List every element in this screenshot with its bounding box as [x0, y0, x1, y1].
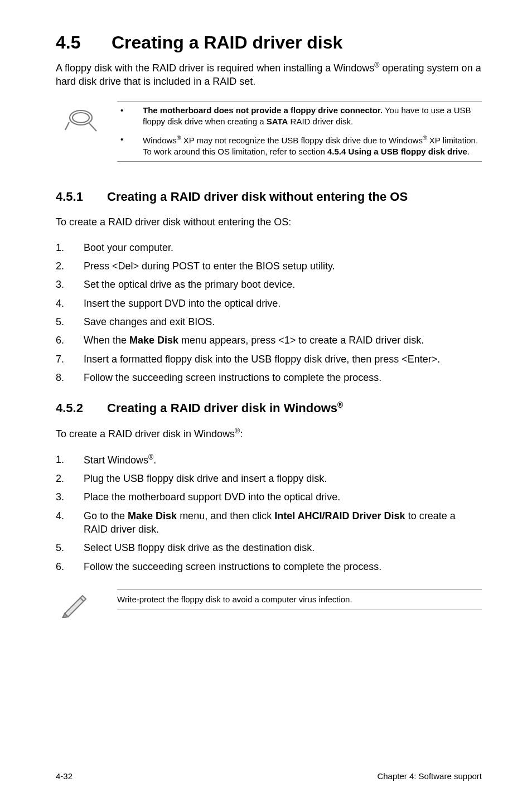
step-text: Save changes and exit BIOS.: [84, 315, 215, 328]
pencil-icon: [61, 590, 91, 620]
heading-2-title: Creating a RAID driver disk in Windows®: [107, 401, 343, 415]
step-number: 1.: [56, 453, 84, 467]
heading-2-title: Creating a RAID driver disk without ente…: [107, 190, 408, 204]
magnifier-icon: [56, 107, 106, 136]
heading-2: 4.5.2Creating a RAID driver disk in Wind…: [56, 400, 482, 415]
note-item: The motherboard does not provide a flopp…: [143, 105, 482, 128]
bullet-icon: •: [117, 105, 143, 128]
svg-point-1: [72, 113, 89, 123]
step-number: 2.: [56, 472, 84, 485]
step-number: 4.: [56, 297, 84, 310]
step-number: 7.: [56, 352, 84, 366]
step-number: 4.: [56, 509, 84, 537]
step-number: 6.: [56, 560, 84, 573]
step-text: Go to the Make Disk menu, and then click…: [84, 509, 482, 537]
heading-2-number: 4.5.1: [56, 190, 107, 204]
page-footer: 4-32 Chapter 4: Software support: [56, 771, 482, 781]
heading-2-number: 4.5.2: [56, 401, 107, 416]
section-lead: To create a RAID driver disk in Windows®…: [56, 427, 482, 441]
heading-2: 4.5.1Creating a RAID driver disk without…: [56, 190, 482, 204]
bullet-icon: •: [117, 134, 143, 158]
step-text: Plug the USB floppy disk drive and inser…: [84, 472, 327, 485]
note-block-2: Write-protect the floppy disk to avoid a…: [117, 589, 482, 610]
section-lead: To create a RAID driver disk without ent…: [56, 215, 482, 229]
note-item: Windows® XP may not recognize the USB fl…: [143, 134, 482, 158]
svg-line-3: [65, 122, 69, 130]
step-number: 1.: [56, 241, 84, 254]
step-number: 5.: [56, 315, 84, 328]
step-text: Select USB floppy disk drive as the dest…: [84, 541, 315, 554]
chapter-title: Chapter 4: Software support: [377, 771, 482, 781]
step-text: Set the optical drive as the primary boo…: [84, 278, 295, 291]
step-number: 3.: [56, 490, 84, 504]
heading-1-title: Creating a RAID driver disk: [112, 32, 342, 52]
step-number: 8.: [56, 371, 84, 384]
step-number: 5.: [56, 541, 84, 554]
step-number: 6.: [56, 334, 84, 347]
step-text: Start Windows®.: [84, 453, 156, 467]
steps-list-2: 1.Start Windows®. 2.Plug the USB floppy …: [56, 453, 482, 573]
step-text: Insert the support DVD into the optical …: [84, 297, 280, 310]
steps-list-1: 1.Boot your computer. 2.Press <Del> duri…: [56, 241, 482, 384]
step-number: 3.: [56, 278, 84, 291]
page-number: 4-32: [56, 771, 72, 781]
step-text: Boot your computer.: [84, 241, 173, 254]
note-text: Write-protect the floppy disk to avoid a…: [117, 590, 482, 610]
step-text: Insert a formatted floppy disk into the …: [84, 352, 440, 366]
step-text: Follow the succeeding screen instruction…: [84, 560, 381, 573]
step-text: Press <Del> during POST to enter the BIO…: [84, 259, 335, 273]
svg-line-2: [89, 123, 96, 131]
intro-paragraph: A floppy disk with the RAID driver is re…: [56, 61, 482, 89]
step-number: 2.: [56, 259, 84, 273]
heading-1-number: 4.5: [56, 32, 112, 53]
step-text: When the Make Disk menu appears, press <…: [84, 334, 424, 347]
heading-1: 4.5Creating a RAID driver disk: [56, 32, 482, 53]
step-text: Follow the succeeding screen instruction…: [84, 371, 381, 384]
step-text: Place the motherboard support DVD into t…: [84, 490, 340, 504]
note-block-1: • The motherboard does not provide a flo…: [117, 101, 482, 162]
